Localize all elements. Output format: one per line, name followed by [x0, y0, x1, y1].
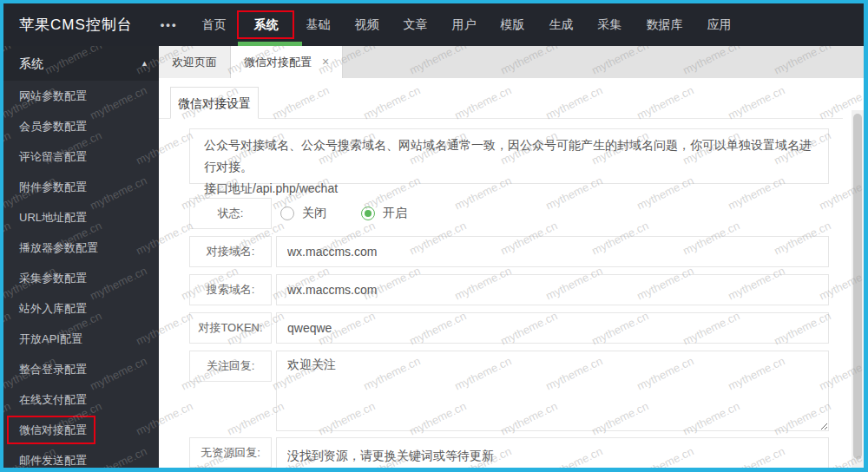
app-logo[interactable]: 苹果CMS控制台 [19, 15, 133, 35]
sidebar-item-label: 采集参数配置 [19, 272, 87, 285]
sidebar-item-label: 评论留言配置 [19, 150, 87, 163]
sidebar-item-label: 在线支付配置 [19, 393, 87, 406]
status-radio-option-1[interactable]: 开启 [361, 206, 407, 221]
top-menu-item-3[interactable]: 视频 [342, 3, 391, 46]
token-label: 对接TOKEN: [189, 312, 272, 344]
domain-label: 对接域名: [189, 236, 272, 267]
top-menu-label: 模版 [500, 17, 524, 31]
page-tab-1[interactable]: 微信对接配置× [231, 46, 343, 78]
top-menu-label: 首页 [201, 17, 226, 31]
noresource-reply-input[interactable] [276, 437, 829, 468]
sidebar-item-11[interactable]: 微信对接配置 [3, 415, 159, 445]
noresource-reply-label: 无资源回复: [189, 437, 272, 468]
sidebar-item-label: 站外入库配置 [19, 302, 87, 315]
top-menu-label: 视频 [354, 17, 378, 31]
scrollbar-thumb[interactable] [853, 114, 862, 459]
status-radio-option-0[interactable]: 关闭 [280, 206, 326, 221]
top-menu-label: 系统 [253, 17, 278, 31]
sidebar-item-5[interactable]: 播放器参数配置 [3, 233, 159, 263]
sidebar-item-label: 网站参数配置 [19, 89, 87, 102]
inner-tab-bar: 微信对接设置 [159, 87, 843, 119]
top-menu-label: 生成 [549, 17, 573, 31]
top-bar: 苹果CMS控制台 ••• 首页系统基础视频文章用户模版生成采集数据库应用 [3, 3, 864, 46]
sidebar-item-label: URL地址配置 [19, 211, 87, 224]
sidebar-item-label: 播放器参数配置 [19, 241, 98, 254]
sidebar-item-2[interactable]: 评论留言配置 [3, 141, 159, 172]
top-nav: 首页系统基础视频文章用户模版生成采集数据库应用 [189, 3, 743, 46]
notice-box: 公众号对接域名、公众号搜索域名、网站域名通常一致，因公众号可能产生的封域名问题，… [189, 128, 829, 184]
sidebar-item-label: 整合登录配置 [19, 363, 87, 376]
top-menu-item-7[interactable]: 生成 [536, 3, 585, 46]
top-menu-label: 应用 [707, 17, 731, 31]
page-tab-strip: 欢迎页面微信对接配置× [159, 46, 864, 78]
vertical-scrollbar[interactable] [852, 110, 864, 468]
page-tab-0[interactable]: 欢迎页面 [159, 46, 231, 78]
form-row-domain: 对接域名: [159, 236, 864, 267]
notice-line-2: 接口地址/api.php/wechat [204, 178, 814, 200]
sidebar-item-8[interactable]: 开放API配置 [3, 324, 159, 354]
top-menu-label: 数据库 [646, 17, 682, 31]
form-row-token: 对接TOKEN: [159, 312, 864, 344]
form-row-follow-reply: 关注回复: 欢迎关注 [159, 351, 864, 431]
sidebar-group-system[interactable]: 系统 ▲ [3, 46, 159, 81]
sidebar: 系统 ▲ 网站参数配置会员参数配置评论留言配置附件参数配置URL地址配置播放器参… [3, 46, 159, 468]
admin-app: 苹果CMS控制台 ••• 首页系统基础视频文章用户模版生成采集数据库应用 系统 … [3, 3, 864, 468]
page-tab-label: 欢迎页面 [172, 56, 217, 69]
form-row-noresource-reply: 无资源回复: [159, 437, 864, 468]
token-input[interactable] [276, 312, 829, 344]
top-menu-item-2[interactable]: 基础 [293, 3, 342, 46]
sidebar-group-label: 系统 [19, 56, 43, 70]
page-tab-label: 微信对接配置 [244, 56, 312, 69]
sidebar-item-label: 会员参数配置 [19, 120, 87, 133]
screenshot-frame: 苹果CMS控制台 ••• 首页系统基础视频文章用户模版生成采集数据库应用 系统 … [0, 0, 868, 472]
sidebar-item-9[interactable]: 整合登录配置 [3, 354, 159, 384]
status-radio-group: 关闭开启 [280, 198, 407, 229]
collapse-arrow-icon[interactable]: ▲ [141, 46, 148, 81]
form-row-search-domain: 搜索域名: [159, 274, 864, 305]
sidebar-item-label: 邮件发送配置 [19, 454, 87, 467]
tab-close-icon[interactable]: × [322, 55, 329, 69]
content-panel: 微信对接设置 公众号对接域名、公众号搜索域名、网站域名通常一致，因公众号可能产生… [159, 78, 864, 468]
form-row-status: 状态: 关闭开启 [159, 198, 864, 229]
follow-reply-label: 关注回复: [189, 351, 272, 382]
sidebar-item-label: 附件参数配置 [19, 180, 87, 193]
top-menu-item-0[interactable]: 首页 [189, 3, 238, 46]
notice-line-1: 公众号对接域名、公众号搜索域名、网站域名通常一致，因公众号可能产生的封域名问题，… [204, 134, 814, 178]
sidebar-item-1[interactable]: 会员参数配置 [3, 111, 159, 141]
top-menu-item-6[interactable]: 模版 [488, 3, 536, 46]
radio-option-label: 关闭 [302, 206, 326, 221]
top-menu-label: 基础 [306, 17, 330, 31]
radio-option-label: 开启 [383, 206, 407, 221]
domain-input[interactable] [276, 236, 829, 267]
follow-reply-textarea[interactable]: 欢迎关注 [276, 351, 829, 431]
sidebar-item-label: 开放API配置 [19, 332, 82, 345]
search-domain-label: 搜索域名: [189, 274, 272, 305]
sidebar-item-label: 微信对接配置 [19, 423, 87, 436]
main-area: 欢迎页面微信对接配置× 微信对接设置 公众号对接域名、公众号搜索域名、网站域名通… [159, 46, 864, 468]
top-menu-item-5[interactable]: 用户 [439, 3, 488, 46]
top-menu-label: 用户 [451, 17, 476, 31]
sidebar-item-3[interactable]: 附件参数配置 [3, 172, 159, 202]
radio-unchecked-icon[interactable] [280, 206, 294, 220]
radio-checked-icon[interactable] [361, 206, 375, 220]
status-label: 状态: [189, 198, 272, 229]
top-menu-label: 采集 [597, 17, 621, 31]
sidebar-item-12[interactable]: 邮件发送配置 [3, 445, 159, 468]
top-menu-item-8[interactable]: 采集 [585, 3, 634, 46]
top-menu-item-4[interactable]: 文章 [391, 3, 439, 46]
tab-wechat-settings[interactable]: 微信对接设置 [170, 87, 259, 119]
search-domain-input[interactable] [276, 274, 829, 305]
sidebar-item-7[interactable]: 站外入库配置 [3, 293, 159, 324]
top-menu-item-10[interactable]: 应用 [694, 3, 743, 46]
top-menu-item-9[interactable]: 数据库 [634, 3, 694, 46]
sidebar-list: 网站参数配置会员参数配置评论留言配置附件参数配置URL地址配置播放器参数配置采集… [3, 81, 159, 468]
menu-collapse-icon[interactable]: ••• [161, 18, 178, 31]
sidebar-item-10[interactable]: 在线支付配置 [3, 384, 159, 415]
sidebar-item-4[interactable]: URL地址配置 [3, 202, 159, 233]
sidebar-item-0[interactable]: 网站参数配置 [3, 81, 159, 111]
top-menu-item-1[interactable]: 系统 [238, 3, 293, 46]
top-menu-label: 文章 [403, 17, 427, 31]
sidebar-item-6[interactable]: 采集参数配置 [3, 263, 159, 293]
